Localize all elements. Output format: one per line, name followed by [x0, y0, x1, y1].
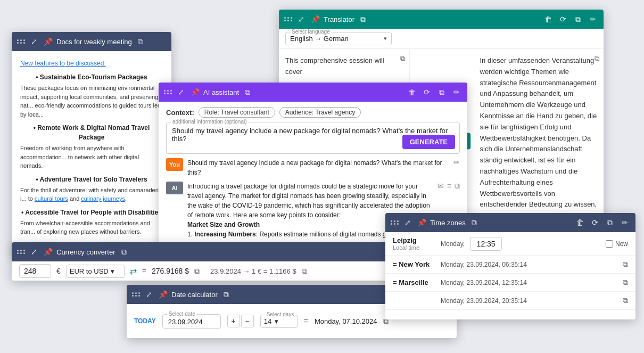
- section-4-text: From wheelchair-accessible accommodation…: [20, 219, 163, 236]
- currency-pin-icon[interactable]: 📌: [43, 247, 53, 257]
- ai-share-icon[interactable]: ⧉: [436, 87, 447, 97]
- days-select[interactable]: Select days 14 ▾: [260, 315, 298, 328]
- ai-history-icon[interactable]: ⟳: [422, 87, 432, 97]
- lang-select[interactable]: Select language English → German ▾: [285, 32, 392, 45]
- translator-resize-icon[interactable]: ⤢: [296, 14, 307, 24]
- copy-window-icon[interactable]: ⧉: [135, 36, 146, 47]
- ai-message-actions: ✉ ≡ ⧉: [437, 182, 460, 191]
- ai-avatar: AI: [166, 182, 183, 194]
- lang-value-text: English → German: [290, 35, 349, 43]
- timezone-resize-icon[interactable]: ⤢: [402, 217, 413, 228]
- generate-button[interactable]: GENERATE: [402, 135, 455, 149]
- currency-pair-select[interactable]: EUR to USD ▾: [66, 265, 125, 278]
- translator-share-icon[interactable]: ⧉: [573, 14, 583, 24]
- translator-copy-icon[interactable]: ⧉: [358, 14, 368, 24]
- currency-copy-icon[interactable]: ⧉: [119, 247, 129, 257]
- lang-select-value: English → German ▾: [290, 34, 387, 43]
- docs-link[interactable]: New features to be discussed:: [20, 59, 163, 68]
- tz-copy-extra[interactable]: ⧉: [623, 296, 628, 305]
- tz-datetime-newyork: Monday, 23.09.2024, 06:35:14: [441, 261, 617, 268]
- date-pin-icon[interactable]: 📌: [158, 289, 168, 300]
- date-resize-icon[interactable]: ⤢: [144, 289, 154, 300]
- lang-dropdown-icon[interactable]: ▾: [384, 35, 387, 42]
- ai-delete-icon[interactable]: 🗑: [407, 87, 417, 97]
- decrement-days-button[interactable]: −: [241, 315, 254, 327]
- timezone-delete-icon[interactable]: 🗑: [575, 217, 585, 228]
- tz-city-leipzig: Leipzig Local time: [393, 236, 435, 251]
- currency-amount-input[interactable]: [19, 264, 51, 278]
- pin-icon[interactable]: 📌: [43, 36, 53, 47]
- ai-pin-icon[interactable]: 📌: [189, 87, 200, 97]
- ai-copy-icon[interactable]: ⧉: [242, 87, 253, 97]
- ai-copy-response-icon[interactable]: ⧉: [455, 182, 460, 191]
- ai-email-icon[interactable]: ✉: [437, 182, 444, 191]
- ai-input-label: additional information (optional): [171, 119, 249, 125]
- timezone-drag-handle[interactable]: [391, 220, 399, 225]
- date-drag-handle[interactable]: [132, 292, 141, 297]
- currency-drag-handle[interactable]: [17, 250, 26, 254]
- source-copy-icon[interactable]: ⧉: [400, 53, 405, 64]
- currency-title: Currency converter: [56, 248, 115, 256]
- currency-result: 276.9168 $: [152, 267, 189, 275]
- timezone-edit-icon[interactable]: ✏: [620, 217, 630, 228]
- edit-message-icon[interactable]: ✏: [453, 158, 460, 167]
- ai-context-row: Context: Role: Travel consultant Audienc…: [166, 107, 460, 118]
- ai-drag-handle[interactable]: [164, 90, 172, 94]
- timezone-copy-icon[interactable]: ⧉: [469, 217, 480, 228]
- translator-edit-icon[interactable]: ✏: [588, 14, 598, 24]
- translator-delete-icon[interactable]: 🗑: [543, 14, 554, 24]
- ai-list-icon[interactable]: ≡: [447, 182, 451, 191]
- date-stepper: + −: [227, 315, 254, 327]
- ai-edit-icon[interactable]: ✏: [451, 87, 462, 97]
- timezone-row-newyork: = New York Monday, 23.09.2024, 06:35:14 …: [385, 256, 635, 274]
- today-button[interactable]: TODAY: [134, 317, 156, 325]
- lang-select-label: Select language: [290, 29, 332, 35]
- ai-input-area: additional information (optional) Should…: [166, 122, 460, 154]
- tz-day-leipzig: Monday,: [441, 240, 465, 248]
- days-dropdown-icon: ▾: [275, 317, 278, 325]
- ai-resize-icon[interactable]: ⤢: [176, 87, 186, 97]
- you-message-text: Should my travel agency include a new pa…: [187, 158, 449, 177]
- docs-title: Docs for weakly meeting: [56, 38, 132, 46]
- date-copy-icon[interactable]: ⧉: [221, 289, 232, 300]
- resize-icon[interactable]: ⤢: [29, 36, 39, 47]
- role-badge[interactable]: Role: Travel consultant: [199, 107, 275, 118]
- currency-body: € EUR to USD ▾ ⇄ = 276.9168 $ ⧉ 23.9.202…: [12, 261, 395, 281]
- docs-window: ⤢ 📌 Docs for weakly meeting ⧉ New featur…: [12, 32, 171, 256]
- tz-now-label: Now: [615, 240, 628, 248]
- translated-copy-icon[interactable]: ⧉: [595, 53, 599, 64]
- date-select-value[interactable]: 23.09.2024: [168, 317, 215, 326]
- increment-days-button[interactable]: +: [227, 315, 240, 327]
- timezone-history-icon[interactable]: ⟳: [590, 217, 600, 228]
- pair-dropdown-icon: ▾: [111, 267, 114, 275]
- timezone-row-extra: Monday, 23.09.2024, 20:35:14 ⧉: [385, 292, 635, 310]
- timezone-pin-icon[interactable]: 📌: [416, 217, 427, 228]
- currency-header: ⤢ 📌 Currency converter ⧉: [12, 242, 395, 261]
- currency-rate-copy-icon[interactable]: ⧉: [302, 267, 307, 276]
- tz-datetime-marseille: Monday, 23.09.2024, 12:35:14: [441, 279, 617, 286]
- timezone-share-icon[interactable]: ⧉: [605, 217, 615, 228]
- date-result: Monday, 07.10.2024: [315, 317, 377, 325]
- chat-message-you: You Should my travel agency include a ne…: [166, 158, 460, 177]
- translator-pin-icon[interactable]: 📌: [310, 14, 320, 24]
- timezone-row-leipzig: Leipzig Local time Monday, 12:35 Now: [385, 232, 635, 256]
- tz-copy-marseille[interactable]: ⧉: [623, 278, 628, 287]
- timezone-body: Leipzig Local time Monday, 12:35 Now = N…: [385, 232, 635, 310]
- currency-swap-icon[interactable]: ⇄: [130, 266, 137, 276]
- tz-now-checkbox[interactable]: [606, 240, 613, 248]
- tz-time-leipzig[interactable]: 12:35: [470, 237, 502, 251]
- translator-title: Translator: [324, 15, 354, 23]
- tz-copy-newyork[interactable]: ⧉: [623, 260, 628, 269]
- currency-equals: =: [142, 267, 146, 275]
- section-3-text: For the thrill of adventure: with safety…: [20, 186, 163, 203]
- currency-resize-icon[interactable]: ⤢: [29, 247, 39, 257]
- translated-text: In dieser umfassenden Veranstaltung werd…: [480, 55, 598, 233]
- audience-badge[interactable]: Audience: Travel agency: [279, 107, 361, 118]
- translated-panel: ⧉ In dieser umfassenden Veranstaltung we…: [474, 49, 604, 233]
- ai-header: ⤢ 📌 AI assistant ⧉ 🗑 ⟳ ⧉ ✏: [159, 83, 467, 102]
- drag-handle[interactable]: [17, 39, 26, 44]
- section-2-text: Freedom of working from anywhere with ac…: [20, 144, 163, 170]
- currency-result-copy-icon[interactable]: ⧉: [194, 267, 200, 276]
- translator-history-icon[interactable]: ⟳: [558, 14, 568, 24]
- translator-drag-handle[interactable]: [284, 17, 293, 21]
